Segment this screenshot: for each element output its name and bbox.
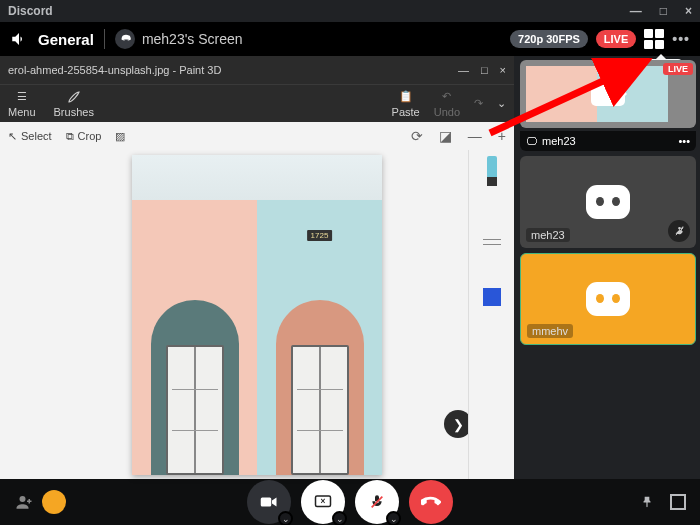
- paint-close-icon[interactable]: ×: [500, 64, 506, 76]
- participant-tile[interactable]: meh23: [520, 156, 696, 248]
- screen-share-button[interactable]: × ⌄: [301, 480, 345, 524]
- svg-text:×: ×: [321, 497, 326, 506]
- user-avatar[interactable]: [42, 490, 66, 514]
- call-controls-bar: ⌄ × ⌄ ⌄: [0, 479, 700, 525]
- paint-maximize-icon[interactable]: □: [481, 64, 488, 76]
- svg-rect-4: [261, 498, 272, 507]
- discord-avatar-icon: [586, 185, 630, 219]
- disconnect-button[interactable]: [409, 480, 453, 524]
- magic-select-icon[interactable]: ▨: [115, 130, 125, 143]
- participant-name: mmehv: [527, 324, 573, 338]
- paint3d-subtoolbar: ↖ Select ⧉ Crop ▨ ⟳ ◪ — +: [0, 122, 514, 150]
- paint3d-titlebar: erol-ahmed-255854-unsplash.jpg - Paint 3…: [0, 56, 514, 84]
- divider: [104, 29, 105, 49]
- zoom-out-icon[interactable]: —: [468, 128, 482, 144]
- discord-icon: [115, 29, 135, 49]
- rotate-icon[interactable]: ⟳: [411, 128, 423, 144]
- grid-view-button[interactable]: [644, 29, 664, 49]
- sliders-icon[interactable]: [483, 236, 501, 248]
- quality-badge: 720p 30FPS: [510, 30, 588, 48]
- artboard-image: 1725: [132, 155, 382, 475]
- participant-name: meh23: [526, 228, 570, 242]
- house-number-plate: 1725: [307, 230, 333, 241]
- crop-label: Crop: [78, 130, 102, 142]
- undo-button[interactable]: ↶ Undo: [434, 90, 460, 118]
- chevron-down-icon[interactable]: ⌄: [497, 97, 506, 110]
- paste-button[interactable]: 📋 Paste: [392, 90, 420, 118]
- minimize-icon[interactable]: —: [630, 4, 642, 18]
- stream-source: meh23's Screen: [115, 29, 243, 49]
- crop-tool[interactable]: ⧉ Crop: [66, 130, 102, 143]
- brushes-button[interactable]: Brushes: [54, 90, 94, 118]
- paint3d-side-panel: [468, 150, 514, 479]
- svg-point-3: [20, 496, 26, 502]
- live-badge: LIVE: [596, 30, 636, 48]
- more-icon[interactable]: •••: [672, 31, 690, 47]
- participant-label-row: 🖵 meh23 •••: [520, 131, 696, 151]
- pin-icon[interactable]: [640, 494, 654, 510]
- close-icon[interactable]: ×: [685, 4, 692, 18]
- stream-viewport: erol-ahmed-255854-unsplash.jpg - Paint 3…: [0, 56, 514, 479]
- paint3d-file-title: erol-ahmed-255854-unsplash.jpg - Paint 3…: [8, 64, 221, 76]
- menu-label: Menu: [8, 106, 36, 118]
- muted-icon: [668, 220, 690, 242]
- paint3d-canvas: 1725 ❯: [0, 150, 514, 479]
- app-titlebar: Discord — □ ×: [0, 0, 700, 22]
- screen-icon: 🖵: [526, 135, 537, 147]
- call-header: General meh23's Screen 720p 30FPS LIVE •…: [0, 22, 700, 56]
- window-controls: — □ ×: [630, 4, 692, 18]
- menu-button[interactable]: ☰ Menu: [8, 90, 36, 118]
- video-button[interactable]: ⌄: [247, 480, 291, 524]
- app-name: Discord: [8, 4, 53, 18]
- paint-minimize-icon[interactable]: —: [458, 64, 469, 76]
- volume-icon[interactable]: [10, 30, 28, 48]
- paint3d-toolbar: ☰ Menu Brushes 📋 Paste ↶ Undo ↷ ⌄: [0, 84, 514, 122]
- cursor-icon: ↖: [8, 130, 17, 143]
- mute-button[interactable]: ⌄: [355, 480, 399, 524]
- camera-icon: [591, 82, 625, 106]
- select-tool[interactable]: ↖ Select: [8, 130, 52, 143]
- participant-name: meh23: [542, 135, 576, 147]
- participants-sidebar: LIVE 🖵 meh23 ••• meh23 mmehv: [514, 56, 700, 479]
- participant-stream-thumbnail[interactable]: LIVE: [520, 60, 696, 128]
- crop-icon: ⧉: [66, 130, 74, 143]
- chevron-down-icon[interactable]: ⌄: [332, 511, 347, 525]
- chevron-down-icon[interactable]: ⌄: [386, 511, 401, 525]
- fullscreen-icon[interactable]: [670, 494, 686, 510]
- add-user-icon[interactable]: [14, 493, 34, 511]
- stream-owner-label: meh23's Screen: [142, 31, 243, 47]
- undo-label: Undo: [434, 106, 460, 118]
- paste-label: Paste: [392, 106, 420, 118]
- pen-tool-icon[interactable]: [487, 156, 497, 186]
- participant-tile-active[interactable]: mmehv: [520, 253, 696, 345]
- select-label: Select: [21, 130, 52, 142]
- maximize-icon[interactable]: □: [660, 4, 667, 18]
- live-badge-small: LIVE: [663, 63, 693, 75]
- brushes-label: Brushes: [54, 106, 94, 118]
- chevron-down-icon[interactable]: ⌄: [278, 511, 293, 525]
- discord-avatar-icon: [586, 282, 630, 316]
- channel-name: General: [38, 31, 94, 48]
- color-swatch[interactable]: [483, 288, 501, 306]
- zoom-in-icon[interactable]: +: [498, 128, 506, 144]
- flip-icon[interactable]: ◪: [439, 128, 452, 144]
- redo-icon[interactable]: ↷: [474, 97, 483, 110]
- participant-more-icon[interactable]: •••: [678, 135, 690, 147]
